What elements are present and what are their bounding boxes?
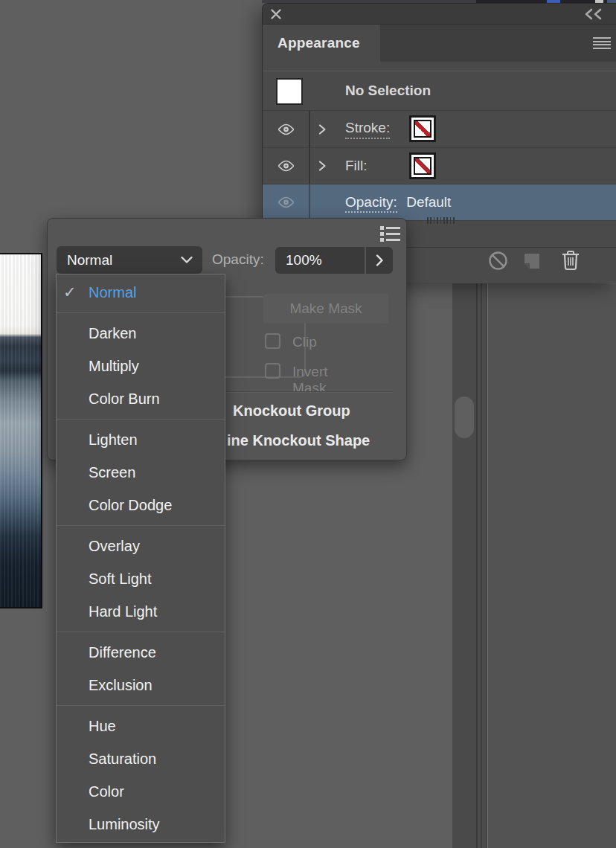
blend-mode-option-label: Soft Light xyxy=(89,571,152,587)
invert-mask-checkbox[interactable] xyxy=(265,363,280,379)
blend-mode-option-saturation[interactable]: Saturation xyxy=(57,742,225,775)
blend-mode-option-label: Exclusion xyxy=(89,677,153,693)
stroke-row[interactable]: Stroke: xyxy=(263,111,616,148)
panel-resize-grip[interactable] xyxy=(427,217,457,224)
blend-mode-option-hue[interactable]: Hue xyxy=(57,710,225,742)
menu-separator xyxy=(57,419,225,420)
blend-mode-option-label: Multiply xyxy=(89,358,139,374)
opacity-stepper-button[interactable] xyxy=(366,247,393,274)
visibility-eye-icon[interactable] xyxy=(277,123,295,135)
blend-mode-option-label: Hue xyxy=(89,718,116,734)
opacity-field-label: Opacity: xyxy=(212,251,264,268)
fill-none-swatch[interactable] xyxy=(409,152,436,179)
clip-checkbox[interactable] xyxy=(265,333,280,349)
menu-separator xyxy=(57,632,225,632)
blend-mode-option-label: Luminosity xyxy=(89,816,160,832)
clip-label: Clip xyxy=(292,334,317,350)
stroke-none-swatch[interactable] xyxy=(409,115,436,142)
opacity-row[interactable]: Opacity: Default xyxy=(263,184,616,221)
fill-label[interactable]: Fill: xyxy=(345,158,368,174)
blend-mode-select-value: Normal xyxy=(67,246,112,274)
none-swatch-slash xyxy=(414,120,431,138)
visibility-eye-icon[interactable] xyxy=(277,196,295,208)
chevron-down-icon xyxy=(181,256,193,264)
prohibit-icon[interactable] xyxy=(488,251,508,271)
menu-separator xyxy=(57,312,225,313)
make-mask-button[interactable]: Make Mask xyxy=(263,294,388,324)
blend-mode-option-difference[interactable]: Difference xyxy=(57,636,225,669)
expand-chevron-icon[interactable] xyxy=(318,124,327,135)
close-icon[interactable] xyxy=(270,8,282,20)
blend-mode-option-multiply[interactable]: Multiply xyxy=(57,350,225,382)
menu-separator xyxy=(57,525,225,526)
stroke-label[interactable]: Stroke: xyxy=(345,120,390,139)
panel-title-bar xyxy=(263,4,616,25)
column-divider xyxy=(309,184,310,220)
blend-mode-option-screen[interactable]: Screen xyxy=(57,456,225,489)
no-selection-row: No Selection xyxy=(263,71,616,111)
opacity-row-label[interactable]: Opacity: xyxy=(345,194,397,213)
visibility-cell[interactable] xyxy=(263,184,309,220)
blend-mode-option-overlay[interactable]: Overlay xyxy=(57,530,225,562)
blend-mode-select[interactable]: Normal xyxy=(57,246,202,274)
blend-mode-option-color-dodge[interactable]: Color Dodge xyxy=(57,489,225,521)
blend-mode-option-label: Color xyxy=(89,783,124,800)
artwork-canvas-image xyxy=(0,253,42,608)
fill-row[interactable]: Fill: xyxy=(263,148,616,184)
vertical-scrollbar[interactable] xyxy=(452,283,476,848)
opacity-value-field[interactable]: 100% xyxy=(275,247,365,274)
white-swatch xyxy=(276,78,303,105)
right-panel-dock xyxy=(487,283,616,848)
menu-separator xyxy=(57,705,225,706)
knockout-group-label[interactable]: Knockout Group xyxy=(233,402,350,420)
visibility-cell[interactable] xyxy=(263,148,309,184)
panel-menu-icon[interactable] xyxy=(593,37,611,49)
collapse-panel-icon[interactable] xyxy=(583,8,605,20)
expand-chevron-icon[interactable] xyxy=(318,161,327,171)
blend-mode-option-label: Difference xyxy=(89,644,156,661)
panel-dock-divider xyxy=(476,283,487,848)
visibility-eye-icon[interactable] xyxy=(277,160,295,172)
checkmark-icon: ✓ xyxy=(63,276,84,309)
visibility-cell[interactable] xyxy=(263,111,309,147)
transparency-panel-menu-icon[interactable] xyxy=(380,225,400,242)
blend-mode-option-label: Darken xyxy=(89,325,136,341)
blend-mode-option-color-burn[interactable]: Color Burn xyxy=(57,382,225,415)
blend-mode-option-label: Saturation xyxy=(89,751,156,767)
define-knockout-shape-label[interactable]: ine Knockout Shape xyxy=(227,432,370,449)
scrollbar-thumb[interactable] xyxy=(455,396,474,438)
blend-mode-menu: ✓NormalDarkenMultiplyColor BurnLightenSc… xyxy=(56,274,225,843)
blend-mode-option-soft-light[interactable]: Soft Light xyxy=(57,562,225,595)
blend-mode-option-label: Color Burn xyxy=(89,391,160,407)
blend-mode-option-label: Screen xyxy=(89,464,135,481)
blend-mode-option-hard-light[interactable]: Hard Light xyxy=(57,595,225,628)
blend-mode-option-normal[interactable]: ✓Normal xyxy=(57,276,225,309)
blend-mode-option-exclusion[interactable]: Exclusion xyxy=(57,669,225,701)
blend-mode-option-darken[interactable]: Darken xyxy=(57,317,225,350)
panel-tab-bar: Appearance xyxy=(263,25,616,62)
blend-mode-option-luminosity[interactable]: Luminosity xyxy=(57,808,225,841)
opacity-row-value[interactable]: Default xyxy=(406,194,451,210)
blend-mode-option-lighten[interactable]: Lighten xyxy=(57,423,225,456)
column-divider xyxy=(309,148,310,184)
column-divider xyxy=(309,111,310,147)
blend-mode-option-label: Hard Light xyxy=(89,603,157,620)
none-swatch-slash xyxy=(414,157,431,175)
dock-divider-line xyxy=(481,283,482,848)
trash-icon[interactable] xyxy=(561,250,580,271)
blend-mode-option-label: Overlay xyxy=(89,538,140,554)
tab-appearance[interactable]: Appearance xyxy=(263,25,380,62)
blend-mode-option-color[interactable]: Color xyxy=(57,775,225,808)
no-selection-label: No Selection xyxy=(345,83,431,99)
blend-mode-option-label: Normal xyxy=(89,284,136,301)
duplicate-item-icon[interactable] xyxy=(522,251,542,271)
blend-mode-option-label: Color Dodge xyxy=(89,497,172,513)
blend-mode-option-label: Lighten xyxy=(89,431,138,448)
